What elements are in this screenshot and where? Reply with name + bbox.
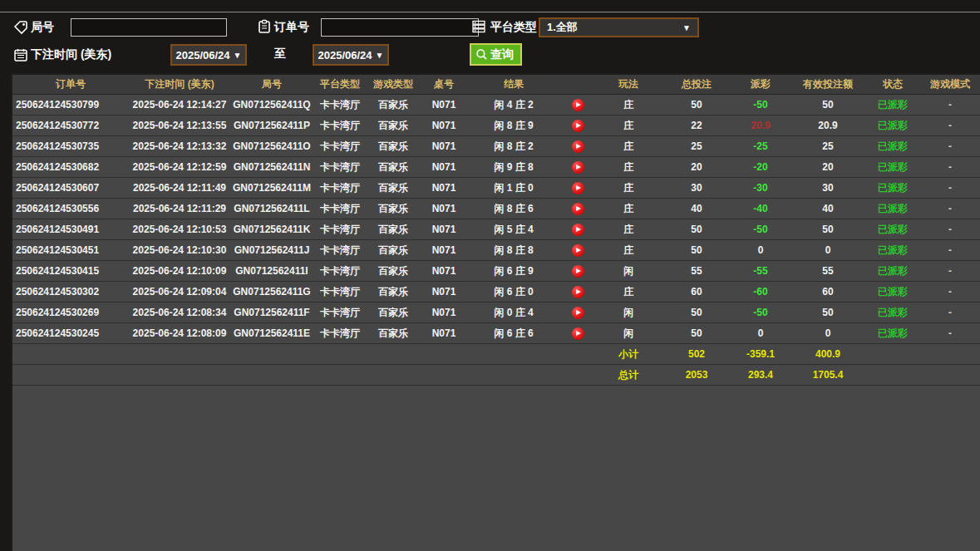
play-video-icon[interactable] bbox=[572, 265, 584, 278]
cell-play_type: 庄 bbox=[596, 202, 661, 216]
game-no-input[interactable] bbox=[71, 18, 227, 37]
cell-total_bet: 20 bbox=[661, 161, 732, 173]
order-no-label: 订单号 bbox=[274, 20, 309, 35]
table-row[interactable]: 2506241245305562025-06-24 12:11:29GN0712… bbox=[12, 199, 980, 219]
cell-valid_bet: 50 bbox=[789, 224, 867, 235]
cell-game_type: 百家乐 bbox=[367, 244, 420, 258]
summary-label: 小计 bbox=[596, 347, 661, 362]
cell-game_type: 百家乐 bbox=[367, 181, 420, 195]
cell-bet_time: 2025-06-24 12:08:09 bbox=[129, 327, 230, 339]
cell-valid_bet: 0 bbox=[789, 244, 867, 256]
cell-payout: -30 bbox=[732, 182, 789, 194]
order-no-input[interactable] bbox=[321, 18, 479, 37]
platform-list-icon bbox=[471, 19, 486, 34]
cell-status: 已派彩 bbox=[867, 98, 918, 112]
cell-game_type: 百家乐 bbox=[367, 119, 420, 133]
cell-game_no: GN0712562411P bbox=[230, 120, 313, 131]
column-header-game_no: 局号 bbox=[230, 77, 313, 91]
play-video-icon[interactable] bbox=[572, 286, 584, 298]
table-row[interactable]: 2506241245307722025-06-24 12:13:55GN0712… bbox=[12, 116, 980, 136]
chevron-down-icon: ▼ bbox=[234, 51, 242, 60]
column-header-order_no: 订单号 bbox=[12, 77, 129, 91]
play-video-icon[interactable] bbox=[572, 140, 584, 153]
cell-game_mode: - bbox=[918, 99, 980, 111]
cell-game_no: GN0712562411E bbox=[230, 327, 313, 339]
cell-order_no: 250624124530682 bbox=[12, 161, 129, 173]
cell-platform: 卡卡湾厅 bbox=[313, 140, 367, 154]
cell-play_type: 庄 bbox=[596, 98, 661, 112]
date-from-picker[interactable]: 2025/06/24 ▼ bbox=[170, 44, 247, 66]
cell-platform: 卡卡湾厅 bbox=[313, 119, 367, 133]
cell-payout: -50 bbox=[732, 224, 789, 235]
table-row[interactable]: 2506241245306822025-06-24 12:12:59GN0712… bbox=[12, 157, 980, 178]
cell-table_no: N071 bbox=[420, 140, 468, 152]
play-video-icon[interactable] bbox=[572, 307, 584, 319]
column-header-status: 状态 bbox=[867, 77, 918, 91]
play-video-icon[interactable] bbox=[572, 244, 584, 257]
play-video-icon[interactable] bbox=[572, 182, 584, 194]
platform-type-value: 1.全部 bbox=[547, 20, 578, 35]
search-button-label: 查询 bbox=[490, 47, 514, 62]
cell-payout: -55 bbox=[732, 265, 789, 277]
cell-total_bet: 22 bbox=[661, 120, 732, 131]
summary-label: 总计 bbox=[596, 368, 661, 382]
play-video-icon[interactable] bbox=[572, 224, 584, 236]
cell-bet_time: 2025-06-24 12:08:34 bbox=[129, 307, 230, 318]
cell-table_no: N071 bbox=[420, 203, 468, 214]
cell-total_bet: 50 bbox=[661, 307, 732, 318]
platform-type-label: 平台类型 bbox=[490, 20, 537, 35]
cell-game_type: 百家乐 bbox=[367, 264, 420, 278]
cell-result: 闲 1 庄 0 bbox=[468, 181, 559, 195]
cell-game_mode: - bbox=[918, 265, 980, 277]
platform-type-select[interactable]: 1.全部 ▼ bbox=[539, 17, 699, 37]
table-row[interactable]: 2506241245304912025-06-24 12:10:53GN0712… bbox=[12, 219, 980, 240]
column-header-result: 结果 bbox=[468, 77, 559, 91]
table-row[interactable]: 2506241245302692025-06-24 12:08:34GN0712… bbox=[12, 303, 980, 323]
chevron-down-icon: ▼ bbox=[682, 23, 691, 32]
cell-game_type: 百家乐 bbox=[367, 306, 420, 320]
play-video-icon[interactable] bbox=[572, 161, 584, 174]
cell-play_type: 庄 bbox=[596, 119, 661, 133]
cell-valid_bet: 55 bbox=[789, 265, 867, 277]
play-video-icon[interactable] bbox=[572, 120, 584, 132]
summary-payout: 293.4 bbox=[732, 369, 789, 381]
cell-platform: 卡卡湾厅 bbox=[313, 98, 367, 112]
table-row[interactable]: 2506241245303022025-06-24 12:09:04GN0712… bbox=[12, 282, 980, 303]
date-to-picker[interactable]: 2025/06/24 ▼ bbox=[313, 44, 389, 66]
play-video-icon[interactable] bbox=[572, 327, 584, 340]
column-header-platform: 平台类型 bbox=[313, 77, 367, 91]
cell-total_bet: 50 bbox=[661, 327, 732, 339]
play-video-icon[interactable] bbox=[572, 99, 584, 111]
cell-game_no: GN0712562411F bbox=[230, 307, 313, 318]
search-button[interactable]: 查询 bbox=[470, 43, 522, 66]
chevron-down-icon: ▼ bbox=[376, 51, 384, 60]
cell-game_type: 百家乐 bbox=[367, 140, 420, 154]
cell-total_bet: 50 bbox=[661, 244, 732, 256]
cell-game_no: GN0712562411N bbox=[230, 161, 313, 173]
cell-bet_time: 2025-06-24 12:13:55 bbox=[129, 120, 230, 131]
cell-valid_bet: 0 bbox=[789, 327, 867, 339]
cell-valid_bet: 50 bbox=[789, 307, 867, 318]
cell-result: 闲 8 庄 2 bbox=[468, 140, 559, 154]
table-row[interactable]: 2506241245304512025-06-24 12:10:30GN0712… bbox=[12, 240, 980, 261]
table-row[interactable]: 2506241245307992025-06-24 12:14:27GN0712… bbox=[12, 95, 980, 116]
table-row[interactable]: 2506241245306072025-06-24 12:11:49GN0712… bbox=[12, 178, 980, 199]
cell-order_no: 250624124530491 bbox=[12, 224, 129, 235]
table-row[interactable]: 2506241245304152025-06-24 12:10:09GN0712… bbox=[12, 261, 980, 282]
play-video-icon[interactable] bbox=[572, 203, 584, 215]
cell-platform: 卡卡湾厅 bbox=[313, 327, 367, 341]
cell-play_type: 庄 bbox=[596, 140, 661, 154]
cell-table_no: N071 bbox=[420, 286, 468, 298]
column-header-valid_bet: 有效投注额 bbox=[789, 77, 867, 91]
cell-total_bet: 50 bbox=[661, 224, 732, 235]
cell-play_type: 庄 bbox=[596, 244, 661, 258]
table-row[interactable]: 2506241245307352025-06-24 12:13:32GN0712… bbox=[12, 136, 980, 157]
table-row[interactable]: 2506241245302452025-06-24 12:08:09GN0712… bbox=[12, 323, 980, 344]
table-body: 2506241245307992025-06-24 12:14:27GN0712… bbox=[12, 95, 980, 386]
column-header-game_mode: 游戏模式 bbox=[918, 77, 980, 91]
cell-total_bet: 30 bbox=[661, 182, 732, 194]
column-header-total_bet: 总投注 bbox=[661, 77, 732, 91]
cell-order_no: 250624124530735 bbox=[12, 140, 129, 152]
cell-game_mode: - bbox=[918, 182, 980, 194]
cell-status: 已派彩 bbox=[867, 327, 918, 341]
